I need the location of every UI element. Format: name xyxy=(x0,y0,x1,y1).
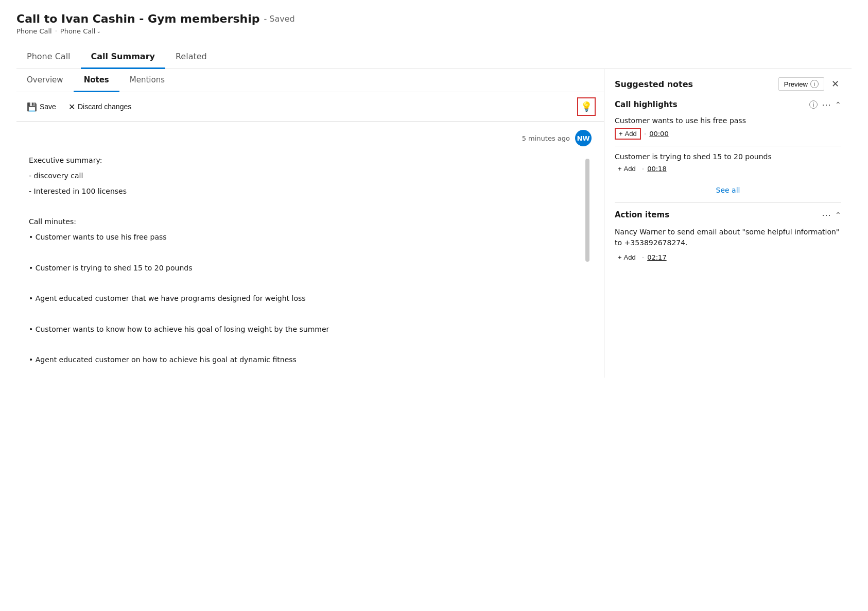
tab-phone-call[interactable]: Phone Call xyxy=(16,45,81,69)
add-highlight-1-button[interactable]: + Add xyxy=(615,128,641,140)
action-separator-1: · xyxy=(642,253,644,262)
content-area: Overview Notes Mentions 💾 Save ✕ Discard… xyxy=(16,69,852,378)
record-title-text: Call to Ivan Cashin - Gym membership xyxy=(16,12,259,25)
main-tabs: Phone Call Call Summary Related xyxy=(16,45,852,69)
lightbulb-icon: 💡 xyxy=(581,101,592,112)
add-separator-1: · xyxy=(644,130,646,138)
call-highlights-header: Call highlights i ⋯ ⌃ xyxy=(615,99,841,110)
breadcrumb-type2-dropdown[interactable]: Phone Call ⌄ xyxy=(60,27,101,35)
action-items-section: Action items ⋯ ⌃ Nancy Warner to send em… xyxy=(615,209,841,268)
action-items-more-button[interactable]: ⋯ xyxy=(822,209,831,220)
close-icon: ✕ xyxy=(831,79,839,89)
highlight-text-1: Customer wants to use his free pass xyxy=(615,116,841,125)
add-highlight-2-button[interactable]: + Add xyxy=(615,164,639,174)
highlight-item-1: Customer wants to use his free pass + Ad… xyxy=(615,116,841,146)
notes-bullet-4: • Customer wants to know how to achieve … xyxy=(29,324,358,336)
chevron-down-icon: ⌄ xyxy=(96,28,100,34)
timestamp-row: 5 minutes ago NW xyxy=(29,130,592,146)
saved-label: - Saved xyxy=(264,14,294,24)
right-panel: Suggested notes Preview i ✕ Call highlig… xyxy=(604,69,852,378)
highlight-timestamp-1[interactable]: 00:00 xyxy=(649,130,668,138)
notes-bullet-5: • Agent educated customer on how to achi… xyxy=(29,354,358,366)
section-divider xyxy=(615,202,841,203)
notes-line-1: Executive summary: xyxy=(29,155,358,167)
sub-tabs: Overview Notes Mentions xyxy=(16,69,604,92)
notes-spacer-2 xyxy=(29,247,358,259)
close-icon: ✕ xyxy=(68,102,75,112)
sub-tab-overview[interactable]: Overview xyxy=(16,69,74,92)
timestamp-text: 5 minutes ago xyxy=(522,134,570,142)
avatar: NW xyxy=(575,130,592,146)
notes-body-wrapper: Executive summary: - discovery call - In… xyxy=(29,155,583,369)
preview-button[interactable]: Preview i xyxy=(778,77,824,91)
left-panel: Overview Notes Mentions 💾 Save ✕ Discard… xyxy=(16,69,604,378)
record-header: Call to Ivan Cashin - Gym membership - S… xyxy=(16,12,852,35)
suggested-header: Suggested notes Preview i ✕ xyxy=(615,77,841,91)
tab-related[interactable]: Related xyxy=(165,45,217,69)
notes-content: 5 minutes ago NW Executive summary: - di… xyxy=(16,122,604,378)
breadcrumb-type1[interactable]: Phone Call xyxy=(16,27,52,35)
breadcrumb-separator: · xyxy=(55,27,57,35)
action-item-1: Nancy Warner to send email about "some h… xyxy=(615,227,841,268)
call-highlights-title: Call highlights xyxy=(615,100,805,109)
notes-line-5: Call minutes: xyxy=(29,216,358,228)
sub-tab-mentions[interactable]: Mentions xyxy=(119,69,175,92)
action-item-text-1: Nancy Warner to send email about "some h… xyxy=(615,227,841,248)
notes-body[interactable]: Executive summary: - discovery call - In… xyxy=(29,155,358,366)
call-highlights-info-icon[interactable]: i xyxy=(809,100,818,109)
scroll-area: Executive summary: - discovery call - In… xyxy=(29,155,592,369)
breadcrumb-type2-label: Phone Call xyxy=(60,27,96,35)
call-highlights-section: Call highlights i ⋯ ⌃ Customer wants to … xyxy=(615,99,841,194)
notes-line-2: - discovery call xyxy=(29,170,358,182)
tab-call-summary[interactable]: Call Summary xyxy=(81,45,165,69)
highlight-item-2: Customer is trying to shed 15 to 20 poun… xyxy=(615,152,841,180)
action-items-header: Action items ⋯ ⌃ xyxy=(615,209,841,220)
see-all-link[interactable]: See all xyxy=(615,186,841,194)
editor-toolbar: 💾 Save ✕ Discard changes 💡 xyxy=(16,92,604,122)
notes-spacer xyxy=(29,200,358,213)
plus-icon: + xyxy=(618,253,622,261)
save-icon: 💾 xyxy=(27,102,37,112)
plus-icon: + xyxy=(619,130,623,138)
call-highlights-collapse-button[interactable]: ⌃ xyxy=(835,100,841,109)
info-icon: i xyxy=(810,80,819,88)
action-item-actions-1: + Add · 02:17 xyxy=(615,252,841,262)
suggested-notes-title: Suggested notes xyxy=(615,79,773,89)
highlight-text-2: Customer is trying to shed 15 to 20 poun… xyxy=(615,152,841,161)
scroll-bar[interactable] xyxy=(585,159,589,262)
save-button[interactable]: 💾 Save xyxy=(25,101,58,113)
add-separator-2: · xyxy=(642,165,644,173)
lightbulb-button[interactable]: 💡 xyxy=(577,97,596,116)
close-suggested-button[interactable]: ✕ xyxy=(829,77,841,91)
action-timestamp-1[interactable]: 02:17 xyxy=(647,253,666,261)
breadcrumb: Phone Call · Phone Call ⌄ xyxy=(16,27,852,35)
action-items-title: Action items xyxy=(615,210,818,219)
notes-bullet-2: • Customer is trying to shed 15 to 20 po… xyxy=(29,262,358,275)
sub-tab-notes[interactable]: Notes xyxy=(74,69,119,92)
action-items-collapse-button[interactable]: ⌃ xyxy=(835,211,841,219)
highlight-actions-2: + Add · 00:18 xyxy=(615,164,841,174)
call-highlights-more-button[interactable]: ⋯ xyxy=(822,99,831,110)
discard-button[interactable]: ✕ Discard changes xyxy=(66,101,133,113)
notes-bullet-1: • Customer wants to use his free pass xyxy=(29,231,358,244)
highlight-timestamp-2[interactable]: 00:18 xyxy=(647,165,666,173)
notes-spacer-4 xyxy=(29,308,358,320)
page-wrapper: Call to Ivan Cashin - Gym membership - S… xyxy=(0,0,868,611)
notes-spacer-3 xyxy=(29,277,358,290)
notes-bullet-3: • Agent educated customer that we have p… xyxy=(29,293,358,305)
notes-spacer-5 xyxy=(29,339,358,351)
highlight-actions-1: + Add · 00:00 xyxy=(615,128,841,140)
add-action-1-button[interactable]: + Add xyxy=(615,252,639,262)
plus-icon: + xyxy=(618,165,622,173)
notes-line-3: - Interested in 100 licenses xyxy=(29,185,358,198)
record-title: Call to Ivan Cashin - Gym membership - S… xyxy=(16,12,852,25)
